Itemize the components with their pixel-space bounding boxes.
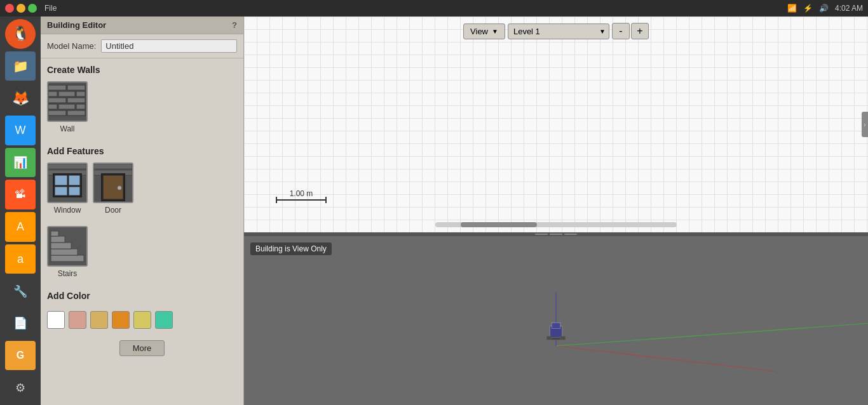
settings-icon[interactable]: ⚙ <box>5 373 36 402</box>
swatch-teal[interactable] <box>155 311 173 329</box>
svg-line-42 <box>431 335 494 405</box>
stairs-label: Stairs <box>58 269 78 278</box>
model-name-input[interactable] <box>101 39 237 53</box>
add-features-grid: Window Door <box>41 160 243 221</box>
scale-line-inner <box>276 199 327 201</box>
maximize-button[interactable] <box>28 4 37 13</box>
splitter-dot-1 <box>535 234 548 235</box>
bluetooth-icon: ⚡ <box>803 4 813 13</box>
left-dock: 🐧 📁 🦊 W 📊 📽 A a 🔧 📄 G ⚙ <box>0 17 41 405</box>
svg-rect-52 <box>552 323 560 329</box>
close-button[interactable] <box>5 4 14 13</box>
level-select-wrapper: Level 1 ▼ <box>508 23 609 39</box>
create-walls-title: Create Walls <box>41 58 243 79</box>
stairs-tool[interactable]: Stairs <box>47 226 88 278</box>
plan-grid <box>244 17 868 232</box>
splitter-dot-3 <box>564 234 577 235</box>
files-icon[interactable]: 📁 <box>5 51 36 81</box>
plan-horizontal-scrollbar[interactable] <box>435 222 677 227</box>
svg-rect-3 <box>48 91 57 96</box>
plan-view[interactable]: View ▼ Level 1 ▼ - + 1.00 m <box>244 17 868 232</box>
window-title: File <box>44 4 57 13</box>
svg-rect-17 <box>55 175 67 185</box>
svg-rect-4 <box>58 91 75 96</box>
window-tool[interactable]: Window <box>47 163 88 215</box>
window-svg <box>48 164 86 202</box>
model-name-label: Model Name: <box>47 41 96 51</box>
stairs-svg <box>48 227 86 265</box>
swatch-yellow[interactable] <box>133 311 151 329</box>
panel-resize-handle[interactable] <box>240 17 243 405</box>
volume-icon: 🔊 <box>819 4 829 13</box>
svg-rect-20 <box>69 187 80 196</box>
right-collapse-handle[interactable]: › <box>862 112 868 137</box>
model-name-row: Model Name: <box>41 34 243 58</box>
svg-line-49 <box>556 323 868 345</box>
svg-rect-2 <box>67 85 85 90</box>
scale-line <box>276 199 327 201</box>
clock: 4:02 AM <box>835 4 863 13</box>
level-select[interactable]: Level 1 <box>508 23 609 39</box>
add-features-title: Add Features <box>41 140 243 160</box>
swatch-rose[interactable] <box>69 311 86 329</box>
files2-icon[interactable]: 📄 <box>5 309 36 338</box>
minimize-button[interactable] <box>17 4 25 13</box>
3d-view[interactable]: Building is View Only <box>244 236 868 405</box>
add-color-title: Add Color <box>41 284 243 305</box>
svg-line-47 <box>806 335 868 405</box>
window-controls[interactable] <box>5 4 37 13</box>
svg-line-39 <box>244 335 306 405</box>
swatch-orange[interactable] <box>112 311 130 329</box>
svg-rect-9 <box>58 104 75 109</box>
more-button[interactable]: More <box>119 340 165 356</box>
svg-rect-7 <box>67 98 85 103</box>
svg-rect-54 <box>560 336 566 340</box>
wall-label: Wall <box>60 124 75 133</box>
ubuntu-icon[interactable]: 🐧 <box>5 19 36 49</box>
amazon-icon[interactable]: a <box>5 244 36 274</box>
impress-icon[interactable]: 📽 <box>5 180 36 209</box>
svg-rect-14 <box>48 164 86 169</box>
svg-rect-11 <box>48 110 66 116</box>
svg-rect-29 <box>51 249 78 255</box>
svg-rect-18 <box>69 175 80 185</box>
splitter-dot-2 <box>550 234 562 235</box>
tools-icon[interactable]: 🔧 <box>5 276 36 306</box>
stairs-icon[interactable] <box>47 226 88 267</box>
text-icon[interactable]: A <box>5 212 36 242</box>
browser-icon[interactable]: 🦊 <box>5 83 36 113</box>
level-plus-button[interactable]: + <box>631 23 649 39</box>
door-icon[interactable] <box>93 163 133 203</box>
building-editor-panel: Building Editor ? Model Name: Create Wal… <box>41 17 244 405</box>
wall-tool[interactable]: Wall <box>47 81 88 133</box>
gazebo-icon[interactable]: G <box>5 341 36 371</box>
svg-line-45 <box>681 335 712 405</box>
wall-svg <box>48 83 86 121</box>
svg-line-48 <box>556 346 775 371</box>
level-minus-button[interactable]: - <box>612 23 630 39</box>
help-button[interactable]: ? <box>232 20 237 30</box>
color-section <box>41 305 243 334</box>
swatch-white[interactable] <box>47 311 65 329</box>
plan-scrollbar-thumb[interactable] <box>461 222 537 227</box>
svg-rect-5 <box>76 91 85 96</box>
writer-icon[interactable]: W <box>5 116 36 145</box>
svg-rect-8 <box>48 104 57 109</box>
svg-rect-28 <box>51 255 84 262</box>
swatch-tan[interactable] <box>90 311 108 329</box>
svg-line-40 <box>306 335 369 405</box>
3d-floor-grid <box>244 236 868 405</box>
svg-rect-55 <box>552 338 560 340</box>
wall-icon[interactable] <box>47 81 88 122</box>
calc-icon[interactable]: 📊 <box>5 148 36 178</box>
main-layout: 🐧 📁 🦊 W 📊 📽 A a 🔧 📄 G ⚙ Building Editor … <box>0 17 868 405</box>
window-label: Window <box>54 206 81 215</box>
svg-rect-22 <box>94 164 132 169</box>
view-button[interactable]: View ▼ <box>463 23 505 39</box>
window-icon[interactable] <box>47 163 88 203</box>
panel-header: Building Editor ? <box>41 17 243 34</box>
svg-line-46 <box>743 335 806 405</box>
door-tool[interactable]: Door <box>93 163 133 215</box>
door-label: Door <box>105 206 121 215</box>
door-svg <box>94 164 132 202</box>
